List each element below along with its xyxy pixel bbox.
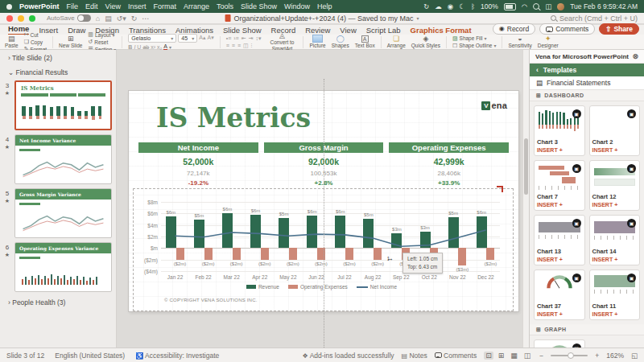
battery-icon[interactable] xyxy=(504,3,516,10)
financial-statements-item[interactable]: ▤ Financial Statements xyxy=(530,76,644,90)
spotlight-icon[interactable] xyxy=(533,3,539,10)
comments-button[interactable]: Comments xyxy=(539,23,595,35)
font-size-select[interactable]: 45▾ xyxy=(178,34,197,43)
opex-bar[interactable] xyxy=(233,248,241,259)
apple-menu-icon[interactable] xyxy=(6,4,12,10)
reading-view-button[interactable]: ▦ xyxy=(509,352,519,360)
bluetooth-icon[interactable]: ᛒ xyxy=(471,2,475,10)
revenue-bar[interactable] xyxy=(279,218,289,248)
quick-styles-button[interactable]: ◈Quick Styles xyxy=(411,35,440,48)
ribbon-tab-view[interactable]: View xyxy=(340,26,356,35)
template-card-chart-2[interactable]: ▣Chart 2INSERT+ xyxy=(589,105,641,156)
columns-button[interactable]: ◫ xyxy=(243,43,249,49)
menu-window[interactable]: Window xyxy=(284,2,310,10)
scrollbar-thumb[interactable] xyxy=(524,138,528,195)
redo-icon[interactable]: ↻ xyxy=(131,14,138,23)
bold-button[interactable]: B xyxy=(128,44,132,50)
autosave-control[interactable]: AutoSave xyxy=(47,14,91,22)
template-card-chart-13[interactable]: ▣Chart 13INSERT+ xyxy=(534,215,585,265)
menu-slide-show[interactable]: Slide Show xyxy=(241,2,277,10)
opex-bar[interactable] xyxy=(204,248,213,259)
convert-smartart-button[interactable]: ◬Convert to SmartArt xyxy=(266,32,297,51)
revenue-bar[interactable] xyxy=(391,233,402,249)
zoom-level[interactable]: 162% xyxy=(606,352,624,360)
template-card-chart-12[interactable]: ▣Chart 12INSERT+ xyxy=(589,160,641,211)
slideshow-view-button[interactable]: ◫ xyxy=(522,352,533,360)
document-title[interactable]: Organizational+Update+-+2024 (4) — Saved… xyxy=(225,14,419,23)
comments-toggle-button[interactable]: Comments xyxy=(435,352,477,360)
revenue-bar[interactable] xyxy=(335,216,345,248)
insert-link[interactable]: INSERT+ xyxy=(592,311,638,317)
combo-chart[interactable]: $8m$6m$4m$2m$m($2m)($4m)$6m$5m$6m$6m$5m$… xyxy=(138,195,505,300)
notes-button[interactable]: ▤ Notes xyxy=(402,352,427,360)
template-card-chart-11[interactable]: ▣Chart 11INSERT+ xyxy=(589,269,641,320)
opex-bar[interactable] xyxy=(458,248,466,265)
insert-link[interactable]: INSERT+ xyxy=(592,202,638,208)
insert-link[interactable]: INSERT+ xyxy=(592,257,638,262)
indent-button[interactable]: ⇥ xyxy=(249,35,254,42)
section-people-health[interactable]: › People Health (3) xyxy=(0,294,116,309)
editing-canvas[interactable]: V ena IS Metrics Net Income52,000k72,147… xyxy=(117,50,529,348)
opex-bar[interactable] xyxy=(261,248,269,259)
revenue-bar[interactable] xyxy=(363,219,374,249)
menu-tools[interactable]: Tools xyxy=(217,2,233,10)
strikethrough-button[interactable]: ab xyxy=(142,44,149,50)
graph-section-header[interactable]: ⊞ GRAPH xyxy=(530,324,644,335)
subscript-button[interactable]: x₂ xyxy=(157,44,162,50)
shape-fill-button[interactable]: ▨Shape Fill▾ xyxy=(452,35,497,42)
undo-icon[interactable]: ↺▾ xyxy=(117,14,126,23)
font-name-select[interactable]: Gelasio▾ xyxy=(128,34,176,43)
save-icon[interactable]: ▤ xyxy=(105,14,112,23)
zoom-slider[interactable] xyxy=(551,355,588,356)
menu-edit[interactable]: Edit xyxy=(85,2,98,10)
revenue-bar[interactable] xyxy=(477,216,487,248)
arrange-button[interactable]: ❏Arrange xyxy=(387,35,406,48)
new-slide-button[interactable]: ⊞New Slide xyxy=(59,35,82,48)
shrink-font-button[interactable]: A▾ xyxy=(208,35,214,41)
menu-insert[interactable]: Insert xyxy=(128,2,147,10)
cloud-icon[interactable]: ☁ xyxy=(435,2,442,10)
opex-bar[interactable] xyxy=(289,248,297,259)
insert-link[interactable]: INSERT+ xyxy=(537,202,582,208)
menu-help[interactable]: Help xyxy=(317,2,332,10)
templates-back-bar[interactable]: ‹ Templates xyxy=(530,64,644,76)
sync-icon[interactable]: ↻ xyxy=(423,2,429,10)
zoom-slider-knob[interactable] xyxy=(568,352,574,359)
designer-button[interactable]: ✦Designer xyxy=(538,35,559,48)
ribbon-tab-slide-show[interactable]: Slide Show xyxy=(223,26,262,35)
copy-button[interactable]: ❏Copy xyxy=(24,39,47,45)
language-button[interactable]: English (United States) xyxy=(55,352,125,360)
section-financial-results[interactable]: ⌄ Financial Results xyxy=(0,64,116,79)
sensitivity-button[interactable]: ◒Sensitivity xyxy=(508,35,531,48)
menubar-clock[interactable]: Tue Feb 6 9:59:42 AM xyxy=(570,2,638,10)
share-button[interactable]: ⇧Share xyxy=(599,23,639,35)
normal-view-button[interactable]: ⊡ xyxy=(484,352,493,360)
opex-bar[interactable] xyxy=(176,248,184,259)
revenue-bar[interactable] xyxy=(307,216,317,248)
fit-slide-button[interactable]: ◱ xyxy=(631,352,638,360)
insert-link[interactable]: INSERT+ xyxy=(537,311,582,317)
canvas-scrollbar[interactable] xyxy=(522,50,529,348)
align-left-button[interactable]: ≡ xyxy=(226,43,229,49)
record-button[interactable]: ◉Record xyxy=(493,23,535,35)
more-commands-icon[interactable]: ⋯ xyxy=(142,14,149,23)
menu-format[interactable]: Format xyxy=(153,2,176,10)
align-right-button[interactable]: ≡ xyxy=(237,43,241,49)
ribbon-tab-graphics-format[interactable]: Graphics Format xyxy=(411,26,472,35)
italic-button[interactable]: I xyxy=(134,44,135,50)
template-card-chart-14[interactable]: ▣Chart 14INSERT+ xyxy=(589,215,641,265)
slide-title[interactable]: IS Metrics xyxy=(156,102,311,134)
zoom-window-button[interactable] xyxy=(29,15,35,22)
menu-view[interactable]: View xyxy=(105,2,121,10)
zoom-in-button[interactable]: + xyxy=(595,352,599,360)
opex-bar[interactable] xyxy=(374,248,382,259)
wifi-icon[interactable]: ◠ xyxy=(522,2,527,10)
line-spacing-button[interactable]: ↕▾ xyxy=(255,35,261,42)
search-field[interactable]: Search (Cmd + Ctrl + U) xyxy=(551,14,638,23)
menu-file[interactable]: File xyxy=(67,2,79,10)
revenue-bar[interactable] xyxy=(166,216,176,248)
cut-button[interactable]: ✂Cut xyxy=(24,31,47,38)
insert-link[interactable]: INSERT+ xyxy=(592,147,638,153)
ribbon-tab-review[interactable]: Review xyxy=(305,26,330,35)
opex-bar[interactable] xyxy=(345,248,353,259)
